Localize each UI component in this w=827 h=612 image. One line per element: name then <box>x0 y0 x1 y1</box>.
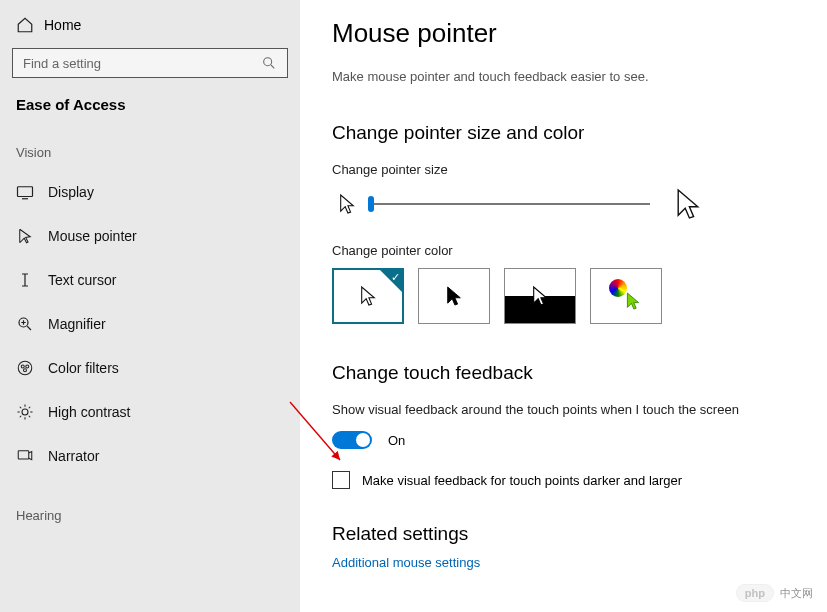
section-touch: Change touch feedback <box>332 362 797 384</box>
svg-point-0 <box>264 58 272 66</box>
section-size-color: Change pointer size and color <box>332 122 797 144</box>
pointer-color-options: ✓ <box>332 268 797 324</box>
checkbox-icon[interactable] <box>332 471 350 489</box>
sidebar-item-label: Text cursor <box>48 272 116 288</box>
toggle-state-label: On <box>388 433 405 448</box>
checkbox-label: Make visual feedback for touch points da… <box>362 473 682 488</box>
category-vision: Vision <box>10 141 290 170</box>
small-cursor-icon <box>338 193 356 215</box>
home-icon <box>16 16 34 34</box>
search-input[interactable] <box>23 56 261 71</box>
slider-thumb[interactable] <box>368 196 374 212</box>
sidebar-item-label: Narrator <box>48 448 99 464</box>
sidebar: Home Ease of Access Vision Display Mouse… <box>0 0 300 612</box>
svg-point-3 <box>18 361 32 375</box>
darker-larger-checkbox-row[interactable]: Make visual feedback for touch points da… <box>332 471 797 489</box>
watermark-text: 中文网 <box>780 586 813 601</box>
svg-point-5 <box>26 365 29 368</box>
sidebar-item-label: Mouse pointer <box>48 228 137 244</box>
search-box[interactable] <box>12 48 288 78</box>
color-option-custom[interactable] <box>590 268 662 324</box>
sidebar-item-high-contrast[interactable]: High contrast <box>10 390 290 434</box>
change-size-label: Change pointer size <box>332 162 797 177</box>
sidebar-item-label: Display <box>48 184 94 200</box>
watermark: php 中文网 <box>736 584 813 602</box>
svg-rect-8 <box>18 451 29 459</box>
sidebar-item-label: Color filters <box>48 360 119 376</box>
sidebar-item-mouse-pointer[interactable]: Mouse pointer <box>10 214 290 258</box>
home-nav[interactable]: Home <box>10 12 290 48</box>
display-icon <box>16 183 34 201</box>
svg-point-6 <box>24 369 27 372</box>
color-option-black[interactable] <box>418 268 490 324</box>
touch-feedback-toggle[interactable] <box>332 431 372 449</box>
color-filters-icon <box>16 359 34 377</box>
sidebar-item-color-filters[interactable]: Color filters <box>10 346 290 390</box>
svg-point-4 <box>21 365 24 368</box>
check-icon: ✓ <box>391 271 400 284</box>
main-content: Mouse pointer Make mouse pointer and tou… <box>300 0 827 612</box>
pointer-size-slider-row <box>338 187 797 221</box>
sidebar-item-display[interactable]: Display <box>10 170 290 214</box>
toggle-knob <box>356 433 370 447</box>
page-subtitle: Make mouse pointer and touch feedback ea… <box>332 69 797 84</box>
category-hearing: Hearing <box>10 478 290 533</box>
svg-rect-1 <box>18 187 33 197</box>
app-title: Ease of Access <box>10 96 290 141</box>
sidebar-item-text-cursor[interactable]: Text cursor <box>10 258 290 302</box>
narrator-icon <box>16 447 34 465</box>
touch-desc: Show visual feedback around the touch po… <box>332 402 797 417</box>
sidebar-item-magnifier[interactable]: Magnifier <box>10 302 290 346</box>
pointer-size-slider[interactable] <box>370 203 650 205</box>
sidebar-item-label: Magnifier <box>48 316 106 332</box>
search-icon <box>261 55 277 71</box>
text-cursor-icon <box>16 271 34 289</box>
svg-point-7 <box>22 409 28 415</box>
large-cursor-icon <box>674 187 702 221</box>
color-option-white[interactable]: ✓ <box>332 268 404 324</box>
watermark-badge: php <box>736 584 774 602</box>
home-label: Home <box>44 17 81 33</box>
sidebar-item-narrator[interactable]: Narrator <box>10 434 290 478</box>
page-title: Mouse pointer <box>332 18 797 49</box>
touch-feedback-toggle-row: On <box>332 431 797 449</box>
sidebar-item-label: High contrast <box>48 404 130 420</box>
change-color-label: Change pointer color <box>332 243 797 258</box>
high-contrast-icon <box>16 403 34 421</box>
magnifier-icon <box>16 315 34 333</box>
additional-mouse-settings-link[interactable]: Additional mouse settings <box>332 555 797 570</box>
mouse-pointer-icon <box>16 227 34 245</box>
section-related: Related settings <box>332 523 797 545</box>
color-option-inverted[interactable] <box>504 268 576 324</box>
